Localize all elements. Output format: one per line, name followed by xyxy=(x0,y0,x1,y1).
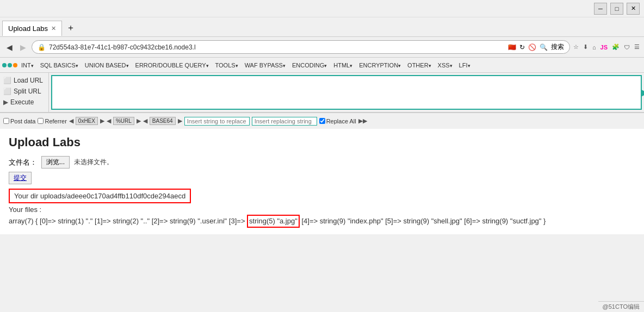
dir-text-box: Your dir uploads/adeee0c170ad4ffb110df0c… xyxy=(9,189,191,203)
toolbar-int[interactable]: INT xyxy=(18,61,36,70)
arrow-left-base64: ◀ xyxy=(143,117,147,124)
page-title: Upload Labs xyxy=(9,135,635,149)
highlighted-a-jpg: string(5) "a.jpg" xyxy=(247,215,300,228)
base64-encode-button[interactable]: BASE64 xyxy=(150,117,176,125)
tab-label: Upload Labs xyxy=(8,24,48,33)
arrow-replace: ▶▶ xyxy=(358,117,367,124)
sidebar-item-split-url[interactable]: ⬜ Split URL xyxy=(0,86,48,97)
sidebar-label-execute: Execute xyxy=(10,98,34,106)
url-textarea[interactable] xyxy=(52,76,641,109)
encode-toolbar: Post data Referrer ◀ 0xHEX ▶ ◀ %URL ▶ ◀ … xyxy=(0,113,644,129)
dot-orange xyxy=(13,63,17,67)
arrow-right-base64: ▶ xyxy=(178,117,182,124)
dir-text: Your dir uploads/adeee0c170ad4ffb110df0c… xyxy=(14,192,185,200)
post-data-checkbox[interactable] xyxy=(3,118,9,124)
reload-icon[interactable]: ↻ xyxy=(519,43,525,51)
page-body: Upload Labs 文件名： 浏览... 未选择文件。 提交 Your di… xyxy=(0,129,644,234)
shield-icon[interactable]: 🛡 xyxy=(624,44,630,51)
split-url-icon: ⬜ xyxy=(3,88,11,95)
file-label: 文件名： xyxy=(9,158,37,167)
toolbar-other[interactable]: OTHER xyxy=(405,61,434,70)
address-bar: 🔒 72d554a3-81e7-41c1-b987-c0c9432cbe16.n… xyxy=(32,40,570,54)
arrow-right-hex: ▶ xyxy=(100,117,104,124)
sidebar-label-load-url: Load URL xyxy=(14,77,43,84)
maximize-button[interactable]: □ xyxy=(610,3,623,15)
toolbar-encoding[interactable]: ENCODING xyxy=(289,61,330,70)
nav-bar: ◀ ▶ 🔒 72d554a3-81e7-41c1-b987-c0c9432cbe… xyxy=(0,37,644,58)
back-button[interactable]: ◀ xyxy=(4,42,15,53)
arrow-left-url: ◀ xyxy=(107,117,111,124)
new-tab-button[interactable]: ＋ xyxy=(64,22,77,35)
array-output: array(7) { [0]=> string(1) "." [1]=> str… xyxy=(9,215,635,228)
nav-icons: ☆ ⬇ ⌂ JS 🧩 🛡 ☰ xyxy=(573,43,640,51)
post-data-label: Post data xyxy=(10,118,35,124)
toolbar-encryption[interactable]: ENCRYPTION xyxy=(356,61,404,70)
search-placeholder: 搜索 xyxy=(551,42,564,52)
search-icon: 🔍 xyxy=(540,43,548,51)
replace-all-item: Replace All xyxy=(319,118,356,124)
menu-icon[interactable]: ☰ xyxy=(634,43,640,51)
forward-button[interactable]: ▶ xyxy=(18,42,28,53)
toolbar-sql-basics[interactable]: SQL BASICS xyxy=(38,61,81,70)
ext-toolbar: INT SQL BASICS UNION BASED ERROR/DOUBLE … xyxy=(0,58,644,73)
left-sidebar: ⬜ Load URL ⬜ Split URL ▶ Execute xyxy=(0,73,49,112)
right-arrow-icon: ▶ xyxy=(641,86,644,98)
referrer-label: Referrer xyxy=(45,118,66,124)
sidebar-item-execute[interactable]: ▶ Execute xyxy=(0,97,48,108)
china-flag: 🇨🇳 xyxy=(508,43,516,51)
toolbar-tools[interactable]: TOOLS xyxy=(213,61,241,70)
tab-close-icon[interactable]: ✕ xyxy=(51,25,56,32)
submit-button[interactable]: 提交 xyxy=(9,172,32,184)
close-button[interactable]: ✕ xyxy=(627,3,640,15)
home-icon[interactable]: ⌂ xyxy=(592,44,596,51)
referrer-item: Referrer xyxy=(38,118,66,124)
url-encode-button[interactable]: %URL xyxy=(113,117,134,125)
url-text: 72d554a3-81e7-41c1-b987-c0c9432cbe16.nod… xyxy=(49,43,505,51)
toolbar-html[interactable]: HTML xyxy=(331,61,355,70)
browse-button[interactable]: 浏览... xyxy=(41,156,70,169)
toolbar-union-based[interactable]: UNION BASED xyxy=(82,61,132,70)
dot-green2 xyxy=(8,63,12,67)
extension-icon[interactable]: 🧩 xyxy=(612,43,620,51)
post-data-item: Post data xyxy=(3,118,35,124)
toolbar-lfi[interactable]: LFI xyxy=(456,61,473,70)
window-controls: ─ □ ✕ xyxy=(594,3,640,15)
your-files-label: Your files : xyxy=(9,205,635,214)
hex-encode-button[interactable]: 0xHEX xyxy=(76,117,98,125)
execute-icon: ▶ xyxy=(3,98,8,106)
no-file-text: 未选择文件。 xyxy=(74,158,113,167)
arrow-left-hex: ◀ xyxy=(69,117,73,124)
file-upload-row: 文件名： 浏览... 未选择文件。 xyxy=(9,156,635,169)
toolbar-error-double[interactable]: ERROR/DOUBLE QUERY xyxy=(133,61,212,70)
blocked-icon: 🚫 xyxy=(528,43,536,51)
toolbar-waf-bypass[interactable]: WAF BYPASS xyxy=(242,61,288,70)
replace-all-label: Replace All xyxy=(326,118,356,124)
replacing-string-input[interactable] xyxy=(252,117,317,126)
referrer-checkbox[interactable] xyxy=(38,118,44,124)
arrow-right-url: ▶ xyxy=(137,117,141,124)
toolbar-xss[interactable]: XSS xyxy=(435,61,455,70)
lock-icon: 🔒 xyxy=(38,43,46,51)
bookmark-icon[interactable]: ☆ xyxy=(573,43,579,51)
load-url-icon: ⬜ xyxy=(3,77,11,84)
sidebar-item-load-url[interactable]: ⬜ Load URL xyxy=(0,75,48,86)
window-titlebar: ─ □ ✕ xyxy=(0,0,644,17)
js-icon[interactable]: JS xyxy=(600,44,608,51)
replace-string-input[interactable] xyxy=(184,117,250,126)
minimize-button[interactable]: ─ xyxy=(594,3,607,15)
sidebar-label-split-url: Split URL xyxy=(14,88,41,95)
tab-bar: Upload Labs ✕ ＋ xyxy=(0,17,644,37)
tab-upload-labs[interactable]: Upload Labs ✕ xyxy=(2,21,62,36)
dot-green xyxy=(2,63,7,67)
replace-all-checkbox[interactable] xyxy=(319,118,325,124)
download-icon[interactable]: ⬇ xyxy=(583,43,588,51)
